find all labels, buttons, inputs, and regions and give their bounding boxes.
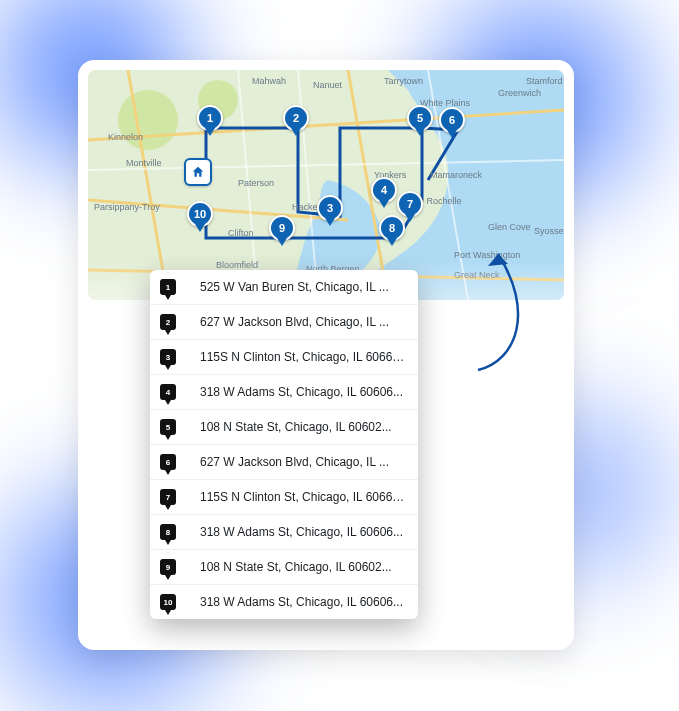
map-pin-7[interactable]: 7 bbox=[397, 191, 423, 217]
address-pin-icon: 3 bbox=[160, 349, 176, 365]
map-pin-1[interactable]: 1 bbox=[197, 105, 223, 131]
address-row[interactable]: 4318 W Adams St, Chicago, IL 60606... bbox=[150, 375, 418, 410]
map-pin-3[interactable]: 3 bbox=[317, 195, 343, 221]
address-pin-icon: 8 bbox=[160, 524, 176, 540]
home-icon bbox=[191, 165, 205, 179]
callout-arrow bbox=[438, 240, 558, 380]
map-pin-5[interactable]: 5 bbox=[407, 105, 433, 131]
address-text: 318 W Adams St, Chicago, IL 60606... bbox=[200, 525, 406, 539]
address-text: 115S N Clinton St, Chicago, IL 60661... bbox=[200, 490, 406, 504]
address-list-panel: 1525 W Van Buren St, Chicago, IL ...2627… bbox=[150, 270, 418, 619]
address-pin-icon: 7 bbox=[160, 489, 176, 505]
address-pin-icon: 6 bbox=[160, 454, 176, 470]
address-row[interactable]: 7115S N Clinton St, Chicago, IL 60661... bbox=[150, 480, 418, 515]
address-text: 627 W Jackson Blvd, Chicago, IL ... bbox=[200, 455, 406, 469]
address-pin-icon: 10 bbox=[160, 594, 176, 610]
map-pin-9[interactable]: 9 bbox=[269, 215, 295, 241]
address-text: 318 W Adams St, Chicago, IL 60606... bbox=[200, 595, 406, 609]
address-row[interactable]: 3115S N Clinton St, Chicago, IL 60661... bbox=[150, 340, 418, 375]
address-text: 115S N Clinton St, Chicago, IL 60661... bbox=[200, 350, 406, 364]
address-text: 108 N State St, Chicago, IL 60602... bbox=[200, 420, 406, 434]
address-row[interactable]: 2627 W Jackson Blvd, Chicago, IL ... bbox=[150, 305, 418, 340]
home-pin[interactable] bbox=[184, 158, 212, 186]
map-pin-4[interactable]: 4 bbox=[371, 177, 397, 203]
map-pin-6[interactable]: 6 bbox=[439, 107, 465, 133]
address-row[interactable]: 9108 N State St, Chicago, IL 60602... bbox=[150, 550, 418, 585]
address-pin-icon: 1 bbox=[160, 279, 176, 295]
address-text: 525 W Van Buren St, Chicago, IL ... bbox=[200, 280, 406, 294]
address-pin-icon: 2 bbox=[160, 314, 176, 330]
address-text: 318 W Adams St, Chicago, IL 60606... bbox=[200, 385, 406, 399]
address-pin-icon: 5 bbox=[160, 419, 176, 435]
address-row[interactable]: 1525 W Van Buren St, Chicago, IL ... bbox=[150, 270, 418, 305]
map-pin-2[interactable]: 2 bbox=[283, 105, 309, 131]
map-pin-10[interactable]: 10 bbox=[187, 201, 213, 227]
stage: MahwahNanuetTarrytownWhite PlainsGreenwi… bbox=[0, 0, 679, 711]
svg-point-1 bbox=[118, 90, 178, 150]
svg-marker-14 bbox=[488, 254, 508, 266]
address-row[interactable]: 8318 W Adams St, Chicago, IL 60606... bbox=[150, 515, 418, 550]
address-row[interactable]: 10318 W Adams St, Chicago, IL 60606... bbox=[150, 585, 418, 619]
address-pin-icon: 9 bbox=[160, 559, 176, 575]
address-text: 627 W Jackson Blvd, Chicago, IL ... bbox=[200, 315, 406, 329]
address-row[interactable]: 5108 N State St, Chicago, IL 60602... bbox=[150, 410, 418, 445]
address-row[interactable]: 6627 W Jackson Blvd, Chicago, IL ... bbox=[150, 445, 418, 480]
address-text: 108 N State St, Chicago, IL 60602... bbox=[200, 560, 406, 574]
address-pin-icon: 4 bbox=[160, 384, 176, 400]
map-pin-8[interactable]: 8 bbox=[379, 215, 405, 241]
